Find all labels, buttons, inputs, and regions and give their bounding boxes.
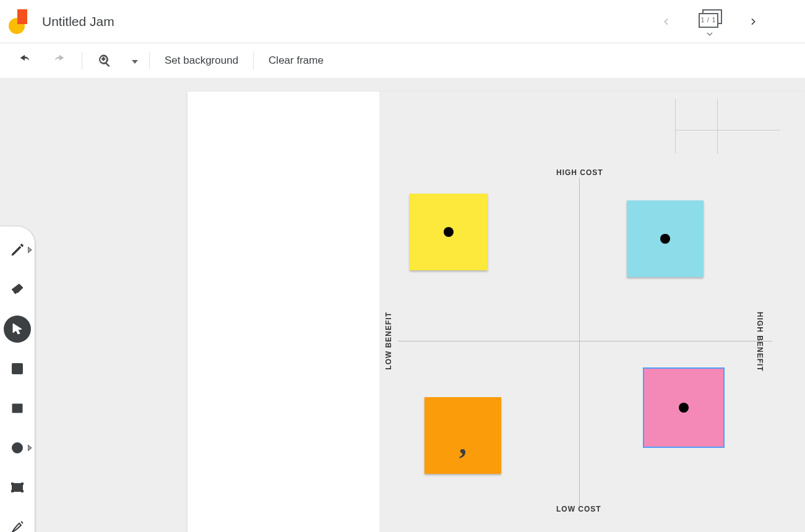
toolbar-separator bbox=[149, 52, 150, 69]
svg-marker-1 bbox=[28, 247, 32, 253]
board-background: HIGH COST LOW COST LOW BENEFIT HIGH BENE… bbox=[379, 92, 805, 532]
zoom-in-icon bbox=[93, 49, 116, 72]
eraser-tool[interactable] bbox=[4, 276, 31, 303]
axis-label-bottom: LOW COST bbox=[556, 505, 601, 513]
prev-frame-button[interactable] bbox=[658, 13, 675, 30]
chevron-right-icon bbox=[28, 244, 32, 255]
workspace: HIGH COST LOW COST LOW BENEFIT HIGH BENE… bbox=[0, 78, 805, 532]
sticky-note[interactable] bbox=[410, 194, 488, 270]
shape-tool[interactable] bbox=[4, 434, 31, 461]
frame-canvas[interactable]: HIGH COST LOW COST LOW BENEFIT HIGH BENE… bbox=[187, 92, 805, 532]
axis-label-top: HIGH COST bbox=[556, 168, 603, 177]
app-header: Untitled Jam 1 / 1 bbox=[0, 0, 805, 43]
pen-tool[interactable] bbox=[4, 236, 31, 264]
select-tool[interactable] bbox=[4, 315, 31, 343]
note-dot bbox=[660, 234, 670, 244]
svg-rect-9 bbox=[21, 490, 24, 492]
chevron-down-icon bbox=[707, 27, 713, 38]
zoom-control[interactable] bbox=[93, 49, 138, 72]
svg-rect-8 bbox=[11, 490, 14, 492]
toolbar-separator bbox=[253, 52, 254, 69]
next-frame-button[interactable] bbox=[744, 13, 762, 30]
sticky-note[interactable] bbox=[644, 368, 724, 447]
clear-frame-button[interactable]: Clear frame bbox=[265, 54, 327, 67]
action-toolbar: Set background Clear frame bbox=[0, 43, 805, 78]
svg-rect-6 bbox=[11, 483, 14, 485]
chevron-down-icon bbox=[132, 54, 138, 67]
axis-label-right: HIGH BENEFIT bbox=[755, 312, 764, 372]
note-dot bbox=[679, 403, 689, 413]
note-dot bbox=[444, 227, 454, 237]
laser-tool[interactable] bbox=[4, 513, 31, 532]
axis-horizontal bbox=[398, 341, 772, 341]
frame-pager: 1 / 1 bbox=[658, 0, 762, 43]
tool-dock bbox=[0, 226, 35, 532]
axis-vertical bbox=[579, 178, 580, 506]
toolbar-separator bbox=[82, 52, 82, 69]
document-title[interactable]: Untitled Jam bbox=[42, 14, 114, 29]
sticky-note-tool[interactable] bbox=[4, 355, 31, 382]
set-background-button[interactable]: Set background bbox=[161, 54, 242, 67]
sticky-note[interactable] bbox=[627, 200, 704, 277]
image-tool[interactable] bbox=[4, 395, 31, 422]
note-comma: , bbox=[459, 437, 467, 449]
jamboard-logo bbox=[9, 9, 28, 34]
frame-indicator[interactable]: 1 / 1 bbox=[694, 7, 726, 36]
axis-label-left: LOW BENEFIT bbox=[384, 312, 393, 370]
svg-rect-7 bbox=[21, 483, 24, 485]
svg-marker-4 bbox=[28, 445, 32, 451]
svg-marker-0 bbox=[132, 60, 138, 64]
svg-rect-2 bbox=[12, 364, 22, 374]
sticky-note[interactable]: , bbox=[424, 397, 501, 474]
chevron-right-icon bbox=[28, 442, 32, 453]
undo-button[interactable] bbox=[14, 49, 36, 72]
frame-count-label: 1 / 1 bbox=[699, 13, 718, 28]
svg-point-3 bbox=[12, 443, 22, 453]
redo-button[interactable] bbox=[48, 49, 71, 72]
text-box-tool[interactable] bbox=[4, 474, 31, 501]
